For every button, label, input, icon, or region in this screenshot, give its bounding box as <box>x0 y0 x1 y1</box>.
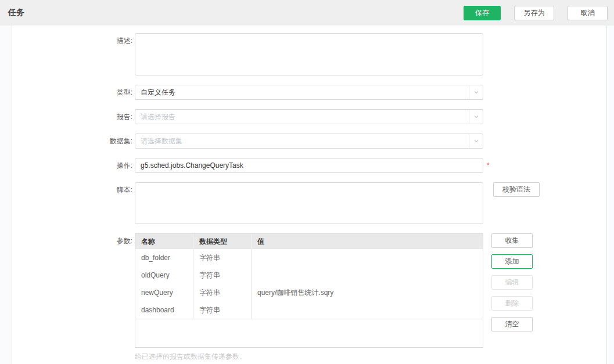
chevron-down-icon <box>473 138 479 144</box>
operation-label: 操作: <box>12 158 135 173</box>
params-label: 参数: <box>12 233 135 248</box>
page-title: 任务 <box>8 8 24 18</box>
operation-row: 操作: * <box>12 158 606 173</box>
param-value <box>252 249 483 266</box>
params-table: 名称 数据类型 值 db_folder 字符串 oldQuery 字符串 new… <box>135 233 483 348</box>
description-label: 描述: <box>12 33 135 48</box>
type-row: 类型: 自定义任务 <box>12 85 606 100</box>
param-type: 字符串 <box>193 249 252 266</box>
type-select-arrow[interactable] <box>469 85 483 99</box>
params-row: 参数: 名称 数据类型 值 db_folder 字符串 oldQuery 字符串 <box>12 233 606 362</box>
dataset-label: 数据集: <box>12 134 135 149</box>
dataset-row: 数据集: 请选择数据集 <box>12 134 606 149</box>
params-table-header: 名称 数据类型 值 <box>135 234 483 249</box>
edit-button: 编辑 <box>491 275 533 290</box>
column-header-value: 值 <box>252 234 483 249</box>
topbar: 任务 保存 另存为 取消 <box>0 0 614 26</box>
params-hint: 给已选择的报告或数据集传递参数。 <box>135 352 483 362</box>
required-asterisk: * <box>487 158 490 173</box>
save-button[interactable]: 保存 <box>464 6 501 20</box>
type-select-value: 自定义任务 <box>141 88 175 98</box>
validate-syntax-button[interactable]: 校验语法 <box>493 182 540 197</box>
param-value: query/咖啡销售统计.sqry <box>252 284 483 301</box>
column-header-type: 数据类型 <box>193 234 252 249</box>
clear-button[interactable]: 清空 <box>491 317 533 331</box>
script-textarea[interactable] <box>135 182 483 224</box>
description-row: 描述: <box>12 33 606 75</box>
dataset-select[interactable]: 请选择数据集 <box>135 134 483 149</box>
dataset-select-placeholder: 请选择数据集 <box>141 136 182 146</box>
add-button[interactable]: 添加 <box>491 254 533 269</box>
cancel-button[interactable]: 取消 <box>568 6 608 20</box>
report-select-arrow[interactable] <box>469 110 483 124</box>
param-name: db_folder <box>135 249 193 266</box>
param-type: 字符串 <box>193 284 252 301</box>
report-row: 报告: 请选择报告 <box>12 109 606 124</box>
table-row[interactable]: dashboard 字符串 <box>135 301 483 319</box>
dataset-select-arrow[interactable] <box>469 134 483 148</box>
table-row[interactable]: newQuery 字符串 query/咖啡销售统计.sqry <box>135 284 483 301</box>
table-row[interactable]: oldQuery 字符串 <box>135 266 483 284</box>
script-label: 脚本: <box>12 182 135 197</box>
script-row: 脚本: 校验语法 <box>12 182 606 224</box>
type-select[interactable]: 自定义任务 <box>135 85 483 100</box>
table-row[interactable]: db_folder 字符串 <box>135 249 483 266</box>
param-type: 字符串 <box>193 266 252 284</box>
delete-button: 删除 <box>491 296 533 311</box>
param-value <box>252 301 483 319</box>
task-form-panel: 描述: 类型: 自定义任务 报告: 请选择报告 数据集: <box>12 26 607 364</box>
param-name: oldQuery <box>135 266 193 284</box>
param-name: dashboard <box>135 301 193 319</box>
collect-button[interactable]: 收集 <box>491 233 533 248</box>
save-as-button[interactable]: 另存为 <box>514 6 554 20</box>
param-value <box>252 266 483 284</box>
report-select[interactable]: 请选择报告 <box>135 109 483 124</box>
param-name: newQuery <box>135 284 193 301</box>
chevron-down-icon <box>473 114 479 120</box>
params-buttons: 收集 添加 编辑 删除 清空 <box>491 233 533 338</box>
operation-input[interactable] <box>135 158 483 173</box>
param-type: 字符串 <box>193 301 252 319</box>
report-label: 报告: <box>12 109 135 124</box>
report-select-placeholder: 请选择报告 <box>141 112 175 122</box>
description-textarea[interactable] <box>135 33 483 75</box>
type-label: 类型: <box>12 85 135 100</box>
column-header-name: 名称 <box>135 234 193 249</box>
params-main: 名称 数据类型 值 db_folder 字符串 oldQuery 字符串 new… <box>135 233 483 362</box>
chevron-down-icon <box>473 89 479 95</box>
params-table-empty-area <box>135 319 483 347</box>
